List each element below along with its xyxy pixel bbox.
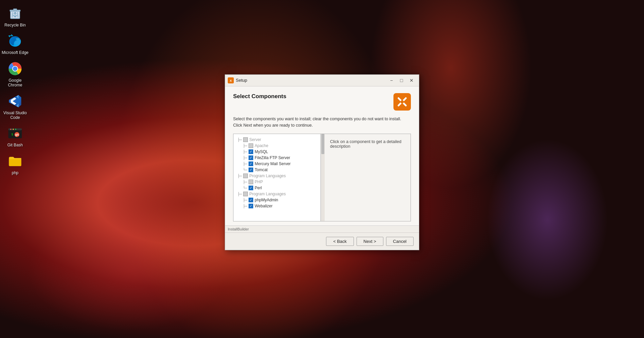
- svg-point-24: [400, 100, 404, 104]
- checkbox-apache[interactable]: [249, 143, 253, 148]
- label-apache: Apache: [255, 143, 268, 148]
- checkbox-server[interactable]: [243, 137, 248, 142]
- label-phpmyadmin: phpMyAdmin: [255, 198, 278, 202]
- titlebar-buttons: − □ ✕: [387, 77, 416, 84]
- checkbox-mercury[interactable]: [249, 161, 253, 166]
- tree-item-proglang1[interactable]: ├─ Program Languages: [235, 173, 319, 179]
- checkbox-proglang1[interactable]: [243, 174, 248, 178]
- label-webalizer: Webalizer: [255, 204, 272, 208]
- tree-scrollbar[interactable]: [321, 134, 325, 221]
- components-area: ├─ Server ├─ Apache ├─ MySQL: [233, 134, 411, 221]
- dialog-body: Select Components Select the components …: [225, 86, 419, 226]
- tree-item-apache[interactable]: ├─ Apache: [235, 143, 319, 149]
- label-filezilla: FileZilla FTP Server: [255, 155, 290, 160]
- minimize-button[interactable]: −: [387, 77, 396, 84]
- label-tomcat: Tomcat: [255, 167, 268, 172]
- tree-item-php[interactable]: ├─ PHP: [235, 179, 319, 185]
- description-panel: Click on a component to get a detailed d…: [325, 134, 411, 221]
- tree-item-perl[interactable]: └─ Perl: [235, 185, 319, 191]
- setup-dialog: X Setup − □ ✕ Select Components: [225, 74, 419, 251]
- tree-panel[interactable]: ├─ Server ├─ Apache ├─ MySQL: [233, 134, 321, 221]
- checkbox-php[interactable]: [249, 180, 253, 184]
- label-mysql: MySQL: [255, 149, 268, 154]
- description-text: Click on a component to get a detailed d…: [330, 139, 401, 149]
- cancel-button[interactable]: Cancel: [386, 237, 414, 246]
- checkbox-proglang2[interactable]: [243, 192, 248, 196]
- tree-item-filezilla[interactable]: ├─ FileZilla FTP Server: [235, 155, 319, 161]
- checkbox-filezilla[interactable]: [249, 155, 253, 160]
- maximize-button[interactable]: □: [397, 77, 406, 84]
- dialog-statusbar: InstallBuilder: [225, 225, 419, 232]
- dialog-header: Select Components: [233, 93, 411, 111]
- back-button[interactable]: < Back: [326, 237, 354, 246]
- checkbox-perl[interactable]: [249, 186, 253, 190]
- tree-item-server[interactable]: ├─ Server: [235, 137, 319, 143]
- checkbox-mysql[interactable]: [249, 149, 253, 154]
- scrollbar-thumb[interactable]: [321, 134, 324, 154]
- setup-title-icon: X: [228, 77, 234, 83]
- dialog-titlebar: X Setup − □ ✕: [225, 75, 419, 86]
- tree-item-mercury[interactable]: ├─ Mercury Mail Server: [235, 161, 319, 167]
- next-button[interactable]: Next >: [357, 237, 383, 246]
- statusbar-label: InstallBuilder: [228, 227, 249, 231]
- tree-item-mysql[interactable]: ├─ MySQL: [235, 149, 319, 155]
- label-proglang2: Program Languages: [249, 192, 286, 196]
- label-server: Server: [249, 137, 261, 142]
- checkbox-phpmyadmin[interactable]: [249, 198, 253, 202]
- tree-item-tomcat[interactable]: └─ Tomcat: [235, 167, 319, 173]
- dialog-buttons: < Back Next > Cancel: [225, 232, 419, 250]
- close-button[interactable]: ✕: [407, 77, 416, 84]
- dialog-header-title: Select Components: [233, 93, 286, 100]
- xampp-logo: [393, 93, 411, 111]
- checkbox-webalizer[interactable]: [249, 204, 253, 208]
- label-php: PHP: [255, 180, 263, 184]
- label-perl: Perl: [255, 186, 262, 190]
- svg-text:X: X: [230, 79, 232, 82]
- dialog-description: Select the components you want to instal…: [233, 116, 411, 129]
- dialog-title: Setup: [236, 78, 247, 83]
- label-proglang1: Program Languages: [249, 174, 286, 178]
- titlebar-left: X Setup: [228, 77, 247, 83]
- label-mercury: Mercury Mail Server: [255, 161, 290, 166]
- tree-item-phpmyadmin[interactable]: ├─ phpMyAdmin: [235, 197, 319, 203]
- tree-item-proglang2[interactable]: ├─ Program Languages: [235, 191, 319, 197]
- dialog-overlay: X Setup − □ ✕ Select Components: [0, 0, 644, 338]
- checkbox-tomcat[interactable]: [249, 167, 253, 172]
- tree-item-webalizer[interactable]: ├─ Webalizer: [235, 203, 319, 209]
